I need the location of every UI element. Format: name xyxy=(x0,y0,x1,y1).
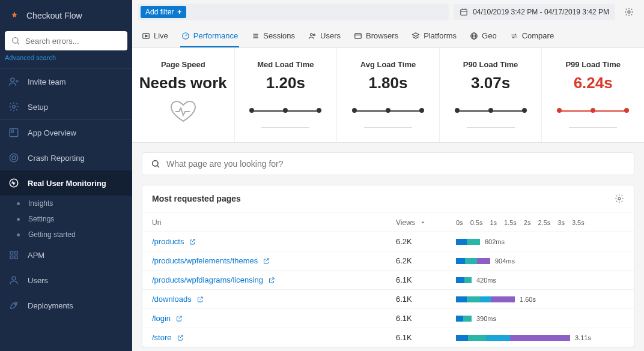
user-icon xyxy=(8,275,19,286)
svg-marker-32 xyxy=(413,32,419,36)
sidebar-item-invite-team[interactable]: Invite team xyxy=(0,69,132,94)
pulse-icon xyxy=(8,178,19,188)
search-errors-input[interactable] xyxy=(25,37,126,46)
uri-link[interactable]: /products/wpfelements/themes xyxy=(152,256,396,265)
uri-link[interactable]: /products xyxy=(152,237,396,246)
svg-rect-11 xyxy=(10,251,13,254)
external-link-icon xyxy=(177,334,184,341)
sidebar-item-label: Crash Reporting xyxy=(28,154,85,163)
table-row: /downloads6.1K1.60s xyxy=(142,290,634,309)
views-cell: 6.1K xyxy=(396,333,456,342)
timeline-bar xyxy=(456,316,472,322)
bar-segment xyxy=(486,335,510,341)
col-header-uri[interactable]: Uri xyxy=(152,218,396,227)
time-tick: 3s xyxy=(557,219,565,226)
sidebar-item-apm[interactable]: APM xyxy=(0,242,132,268)
uri-link[interactable]: /login xyxy=(152,314,396,323)
search-errors-input-wrap[interactable] xyxy=(5,31,127,50)
tab-browsers[interactable]: Browsers xyxy=(353,28,399,47)
bar-segment xyxy=(456,335,468,341)
window-icon xyxy=(354,32,362,40)
bar-segment xyxy=(456,277,464,283)
tab-platforms[interactable]: Platforms xyxy=(410,28,458,47)
advanced-search-link[interactable]: Advanced search xyxy=(0,50,132,68)
add-filter-button[interactable]: Add filter + xyxy=(141,6,186,18)
time-label: 420ms xyxy=(476,277,496,284)
gear-icon xyxy=(624,7,634,17)
users-plus-icon xyxy=(8,76,19,87)
timeline-cell: 904ms xyxy=(456,257,624,265)
tab-users[interactable]: Users xyxy=(307,28,342,47)
sidebar-item-deployments[interactable]: Deployments xyxy=(0,293,132,318)
metrics-row: Page Speed Needs work Med Load Time 1.20… xyxy=(132,48,644,143)
table-body: /products6.2K602ms/products/wpfelements/… xyxy=(142,232,634,347)
svg-point-29 xyxy=(313,34,315,35)
target-icon xyxy=(8,152,19,163)
bar-segment xyxy=(467,239,480,245)
settings-button[interactable] xyxy=(620,7,638,17)
timeline-cell: 1.60s xyxy=(456,296,624,303)
sidebar-item-app-overview[interactable]: App Overview xyxy=(0,120,132,145)
tab-compare[interactable]: Compare xyxy=(509,28,555,47)
plus-icon: + xyxy=(177,8,181,16)
sidebar-sub-insights[interactable]: Insights xyxy=(0,196,132,211)
time-tick: 2.5s xyxy=(538,219,550,226)
sparkline-icon xyxy=(557,103,629,118)
table-row: /products/wpfelements/themes6.2K904ms xyxy=(142,251,634,271)
tab-sessions[interactable]: Sessions xyxy=(250,28,296,47)
sidebar-item-rum[interactable]: Real User Monitoring xyxy=(0,170,132,196)
time-tick: 3.5s xyxy=(572,219,585,226)
gear-icon[interactable] xyxy=(615,194,624,203)
uri-link[interactable]: /downloads xyxy=(152,295,396,304)
page-search-input[interactable] xyxy=(166,159,625,169)
sidebar-item-setup[interactable]: Setup xyxy=(0,94,132,119)
list-icon xyxy=(251,32,260,40)
time-label: 1.60s xyxy=(520,296,536,303)
svg-point-5 xyxy=(13,106,16,109)
sparkline-icon xyxy=(455,103,527,118)
timeline-bar xyxy=(456,335,570,341)
filter-bar[interactable]: Add filter + xyxy=(138,4,449,20)
sidebar-header: Checkout Flow xyxy=(0,0,132,31)
timeline-bar xyxy=(456,258,490,264)
svg-point-8 xyxy=(10,154,18,162)
svg-line-1 xyxy=(17,43,19,44)
uri-link[interactable]: /store xyxy=(152,333,396,342)
time-tick: 1s xyxy=(490,219,497,226)
bar-segment xyxy=(480,296,491,302)
metric-p90: P90 Load Time 3.07s xyxy=(440,48,542,142)
timeline-cell: 3.11s xyxy=(456,334,624,341)
time-tick: 1.5s xyxy=(504,219,517,226)
date-range-picker[interactable]: 04/10/2019 3:42 PM - 04/17/2019 3:42 PM xyxy=(454,4,615,20)
page-search-input-wrap[interactable] xyxy=(142,152,634,175)
bar-segment xyxy=(463,316,472,322)
views-cell: 6.2K xyxy=(396,237,456,246)
bar-segment xyxy=(468,335,486,341)
tab-performance[interactable]: Performance xyxy=(180,28,239,47)
col-header-views[interactable]: Views xyxy=(396,218,456,227)
table-most-requested: Most requested pages Uri Views 0s0.5s1s1… xyxy=(142,185,634,347)
table-row: /products/wpfdiagrams/licensing6.1K420ms xyxy=(142,271,634,290)
page-search-row xyxy=(132,143,644,185)
table-header: Most requested pages xyxy=(142,185,634,212)
sidebar-item-label: APM xyxy=(28,251,44,260)
sidebar-sub-settings[interactable]: Settings xyxy=(0,211,132,227)
uri-link[interactable]: /products/wpfdiagrams/licensing xyxy=(152,275,396,284)
svg-line-37 xyxy=(157,166,159,167)
timeline-axis: 0s0.5s1s1.5s2s2.5s3s3.5s xyxy=(456,219,624,226)
svg-point-38 xyxy=(618,197,621,200)
tab-live[interactable]: Live xyxy=(141,28,169,47)
search-icon xyxy=(11,36,20,46)
tab-geo[interactable]: Geo xyxy=(469,28,498,47)
svg-point-16 xyxy=(14,304,16,305)
sidebar-item-users[interactable]: Users xyxy=(0,268,132,293)
sidebar-item-crash-reporting[interactable]: Crash Reporting xyxy=(0,145,132,170)
timeline-cell: 602ms xyxy=(456,238,624,245)
metric-pagespeed: Page Speed Needs work xyxy=(132,48,235,142)
time-label: 390ms xyxy=(476,315,496,322)
bar-segment xyxy=(510,335,570,341)
timeline-bar xyxy=(456,239,480,245)
sidebar-sub-getting-started[interactable]: Getting started xyxy=(0,227,132,242)
gauge-icon xyxy=(181,32,190,40)
play-box-icon xyxy=(142,32,150,40)
